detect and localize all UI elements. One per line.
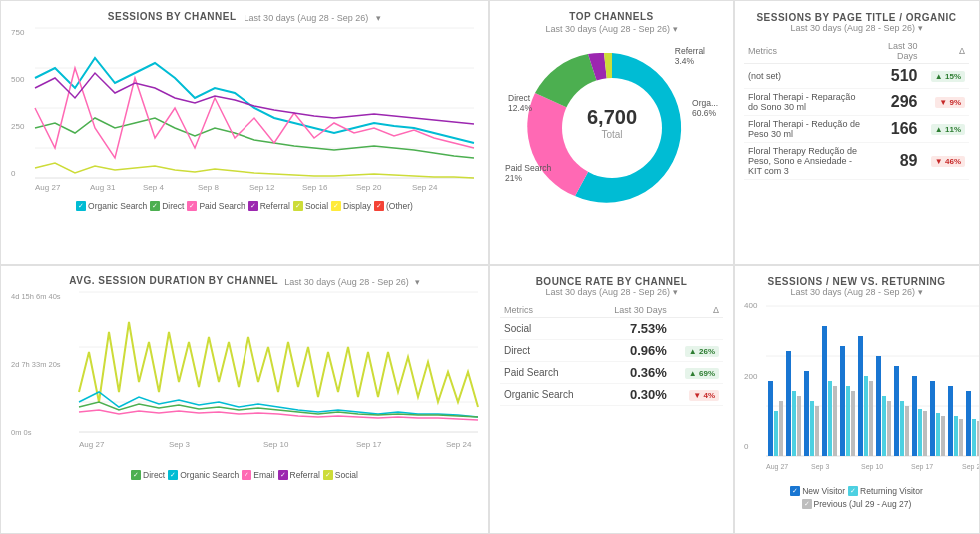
svg-rect-60 [954, 416, 958, 456]
table-row: Paid Search 0.36% ▲ 69% [500, 362, 723, 384]
svg-text:Sep 20: Sep 20 [356, 183, 382, 192]
svg-rect-62 [966, 391, 971, 456]
sessions-page-panel: SESSIONS BY PAGE TITLE / ORGANIC Last 30… [734, 0, 980, 265]
svg-rect-55 [923, 411, 927, 456]
legend-new-visitor[interactable]: ✓ New Visitor [790, 486, 845, 496]
sessions-page-title: SESSIONS BY PAGE TITLE / ORGANIC [756, 12, 956, 23]
svg-text:Total: Total [601, 129, 622, 140]
top-channels-title: TOP CHANNELS [569, 11, 654, 22]
svg-rect-38 [822, 326, 827, 456]
svg-rect-41 [840, 346, 845, 456]
legend-social[interactable]: ✓ Social [323, 470, 358, 480]
sessions-page-subtitle: Last 30 days (Aug 28 - Sep 26) [790, 23, 915, 33]
svg-rect-50 [894, 366, 899, 456]
svg-point-13 [562, 78, 662, 178]
sessions-channel-subtitle: Last 30 days (Aug 28 - Sep 26) [245, 13, 369, 23]
svg-text:Sep 4: Sep 4 [143, 183, 164, 192]
table-row: Floral Therapi - Reparaçãodo Sono 30 ml … [744, 89, 969, 116]
svg-rect-43 [851, 391, 855, 456]
legend-organic[interactable]: ✓ Organic Search [168, 470, 239, 480]
svg-rect-36 [810, 401, 814, 456]
avg-session-legend: ✓ Direct ✓ Organic Search ✓ Email ✓ Refe… [11, 470, 478, 480]
sessions-page-dropdown[interactable]: ▾ [918, 23, 923, 33]
sessions-channel-y-labels: 750 500 250 0 [11, 28, 24, 178]
svg-text:Sep 24: Sep 24 [962, 463, 980, 471]
legend-previous[interactable]: ✓ Previous (Jul 29 - Aug 27) [802, 499, 912, 509]
svg-rect-37 [815, 406, 819, 456]
sessions-by-channel-panel: SESSIONS BY CHANNEL Last 30 days (Aug 28… [0, 0, 489, 265]
svg-text:Sep 17: Sep 17 [356, 440, 382, 449]
legend-display[interactable]: ✓ Display [331, 201, 371, 211]
bounce-rate-subtitle: Last 30 days (Aug 28 - Sep 26) [545, 287, 670, 297]
sessions-new-title: SESSIONS / NEW VS. RETURNING [768, 276, 946, 287]
svg-rect-45 [864, 376, 868, 456]
svg-rect-32 [786, 351, 791, 456]
donut-label-referral: Referral 3.4% [675, 46, 705, 66]
bounce-rate-dropdown[interactable]: ▾ [673, 287, 678, 297]
sessions-channel-dropdown[interactable]: ▾ [376, 13, 381, 23]
svg-rect-29 [768, 381, 773, 456]
sessions-new-dropdown[interactable]: ▾ [918, 287, 923, 297]
table-row: (not set) 510 ▲ 15% [744, 64, 969, 89]
bounce-col-delta: Δ [671, 303, 723, 318]
donut-label-organic: Orga... 60.6% [692, 98, 718, 118]
sessions-new-legend: ✓ New Visitor ✓ Returning Visitor ✓ Prev… [744, 486, 969, 509]
avg-session-title: AVG. SESSION DURATION BY CHANNEL [69, 275, 278, 286]
avg-session-subtitle: Last 30 days (Aug 28 - Sep 26) [284, 277, 409, 287]
bounce-rate-title: BOUNCE RATE BY CHANNEL [536, 276, 688, 287]
svg-rect-35 [804, 371, 809, 456]
table-row: Organic Search 0.30% ▼ 4% [500, 384, 723, 406]
svg-rect-30 [774, 411, 778, 456]
svg-rect-58 [941, 416, 945, 456]
top-channels-dropdown[interactable]: ▾ [673, 24, 678, 34]
donut-label-paid-search: Paid Search 21% [505, 163, 551, 183]
svg-text:Sep 16: Sep 16 [302, 183, 328, 192]
svg-rect-57 [936, 413, 940, 456]
avg-session-chart: Aug 27 Sep 3 Sep 10 Sep 17 Sep 24 [79, 292, 488, 457]
svg-text:Aug 27: Aug 27 [79, 440, 105, 449]
col-delta: Δ [921, 39, 969, 64]
svg-rect-51 [900, 401, 904, 456]
legend-paid-search[interactable]: ✓ Paid Search [187, 201, 245, 211]
svg-text:Sep 24: Sep 24 [412, 183, 438, 192]
legend-organic-search[interactable]: ✓ Organic Search [76, 201, 147, 211]
bounce-rate-panel: BOUNCE RATE BY CHANNEL Last 30 days (Aug… [489, 265, 734, 534]
sessions-channel-chart: Aug 27 Aug 31 Sep 4 Sep 8 Sep 12 Sep 16 … [35, 28, 489, 188]
svg-text:Sep 10: Sep 10 [861, 463, 883, 471]
col-metrics: Metrics [744, 39, 879, 64]
svg-text:Sep 10: Sep 10 [263, 440, 289, 449]
legend-referral[interactable]: ✓ Referral [278, 470, 320, 480]
avg-session-dropdown[interactable]: ▾ [415, 277, 420, 287]
table-row: Social 7.53% [500, 318, 723, 340]
legend-direct[interactable]: ✓ Direct [131, 470, 165, 480]
svg-rect-39 [828, 381, 832, 456]
legend-email[interactable]: ✓ Email [242, 470, 274, 480]
top-channels-subtitle: Last 30 days (Aug 28 - Sep 26) [545, 24, 670, 34]
col-days: Last 30Days [879, 39, 921, 64]
svg-text:Aug 27: Aug 27 [766, 463, 788, 471]
svg-text:Sep 12: Sep 12 [249, 183, 275, 192]
svg-text:Sep 8: Sep 8 [198, 183, 219, 192]
sessions-new-panel: SESSIONS / NEW VS. RETURNING Last 30 day… [734, 265, 980, 534]
svg-rect-49 [887, 401, 891, 456]
svg-rect-33 [792, 391, 796, 456]
svg-text:Aug 27: Aug 27 [35, 183, 61, 192]
sessions-new-subtitle: Last 30 days (Aug 28 - Sep 26) [790, 287, 915, 297]
donut-label-direct: Direct 12.4% [508, 93, 532, 113]
legend-direct[interactable]: ✓ Direct [150, 201, 184, 211]
legend-referral[interactable]: ✓ Referral [248, 201, 290, 211]
svg-rect-52 [905, 406, 909, 456]
legend-other[interactable]: ✓ (Other) [374, 201, 413, 211]
legend-social[interactable]: ✓ Social [293, 201, 328, 211]
table-row: Floral Therapi - Redução dePeso 30 ml 16… [744, 116, 969, 143]
table-row: Floral Therapy Redução dePeso, Sono e An… [744, 143, 969, 180]
svg-text:Sep 3: Sep 3 [169, 440, 190, 449]
legend-returning-visitor[interactable]: ✓ Returning Visitor [848, 486, 923, 496]
svg-rect-53 [912, 376, 917, 456]
svg-rect-63 [972, 419, 976, 456]
svg-rect-46 [869, 381, 873, 456]
bounce-rate-table: Metrics Last 30 Days Δ Social 7.53% Dire… [500, 303, 723, 406]
sessions-new-y-labels: 400 200 0 [744, 301, 757, 451]
svg-text:Sep 3: Sep 3 [811, 463, 829, 471]
sessions-channel-title: SESSIONS BY CHANNEL [108, 11, 237, 22]
